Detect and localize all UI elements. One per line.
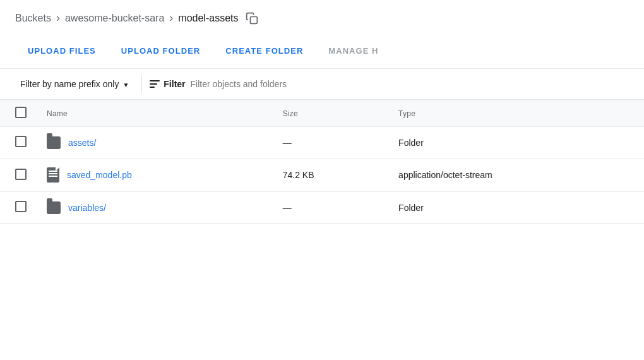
- upload-folder-button[interactable]: UPLOAD FOLDER: [109, 39, 213, 63]
- filter-bar: Filter by name prefix only Filter: [0, 69, 644, 100]
- row-checkbox-cell: [0, 127, 37, 159]
- svg-rect-0: [251, 16, 258, 23]
- table-row: assets/—Folder: [0, 127, 644, 159]
- chevron-down-icon: [122, 79, 129, 89]
- row-name-cell: variables/: [37, 192, 273, 224]
- row-checkbox[interactable]: [15, 201, 27, 212]
- breadcrumb-current: model-assets: [178, 13, 238, 24]
- table-row: saved_model.pb74.2 KBapplication/octet-s…: [0, 159, 644, 192]
- create-folder-button[interactable]: CREATE FOLDER: [213, 39, 316, 63]
- row-type-cell: application/octet-stream: [388, 159, 644, 192]
- col-checkbox: [0, 100, 37, 127]
- row-name-cell: saved_model.pb: [37, 159, 273, 192]
- filter-label: Filter: [164, 79, 185, 89]
- row-size-cell: —: [273, 192, 388, 224]
- row-checkbox-cell: [0, 159, 37, 192]
- row-name-cell: assets/: [37, 127, 273, 159]
- filter-dropdown[interactable]: Filter by name prefix only: [15, 75, 134, 93]
- breadcrumb-sep-1: ›: [56, 11, 60, 25]
- row-size-cell: 74.2 KB: [273, 159, 388, 192]
- header-checkbox[interactable]: [15, 107, 27, 118]
- breadcrumb-buckets[interactable]: Buckets: [15, 13, 51, 24]
- filter-icon-label[interactable]: Filter: [150, 79, 185, 89]
- row-type-cell: Folder: [388, 127, 644, 159]
- col-type: Type: [388, 100, 644, 127]
- breadcrumb: Buckets › awesome-bucket-sara › model-as…: [0, 0, 644, 33]
- table-row: variables/—Folder: [0, 192, 644, 224]
- filter-divider: [141, 75, 142, 93]
- row-name-link[interactable]: variables/: [68, 203, 106, 213]
- filter-input-area: Filter: [150, 79, 629, 89]
- upload-files-button[interactable]: UPLOAD FILES: [15, 39, 109, 63]
- row-name-link[interactable]: saved_model.pb: [67, 170, 132, 180]
- col-name: Name: [37, 100, 273, 127]
- row-name-link[interactable]: assets/: [68, 138, 96, 148]
- toolbar: UPLOAD FILES UPLOAD FOLDER CREATE FOLDER…: [0, 33, 644, 69]
- objects-table: Name Size Type assets/—Foldersaved_model…: [0, 100, 644, 224]
- manage-holds-button[interactable]: MANAGE H: [316, 39, 391, 63]
- row-type-cell: Folder: [388, 192, 644, 224]
- filter-icon: [150, 80, 160, 88]
- row-checkbox-cell: [0, 192, 37, 224]
- breadcrumb-sep-2: ›: [169, 11, 173, 25]
- folder-icon: [47, 136, 61, 149]
- row-size-cell: —: [273, 127, 388, 159]
- copy-path-icon[interactable]: [246, 12, 258, 25]
- col-size: Size: [273, 100, 388, 127]
- row-checkbox[interactable]: [15, 169, 27, 180]
- filter-dropdown-label: Filter by name prefix only: [20, 79, 119, 89]
- filter-input[interactable]: [191, 79, 629, 89]
- row-checkbox[interactable]: [15, 136, 27, 147]
- folder-icon: [47, 201, 61, 214]
- breadcrumb-bucket-name[interactable]: awesome-bucket-sara: [65, 13, 164, 24]
- file-icon: [47, 167, 59, 183]
- table-header-row: Name Size Type: [0, 100, 644, 127]
